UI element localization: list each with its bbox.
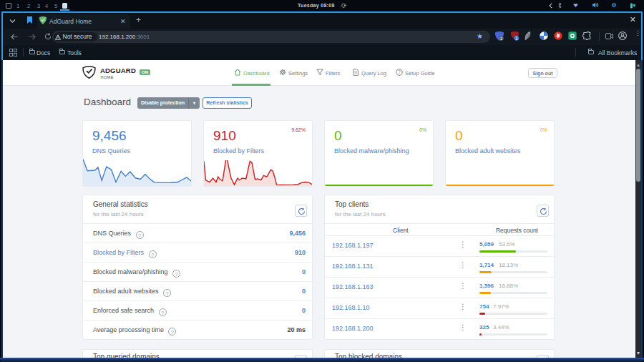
svg-text:1: 1 [515,36,518,41]
